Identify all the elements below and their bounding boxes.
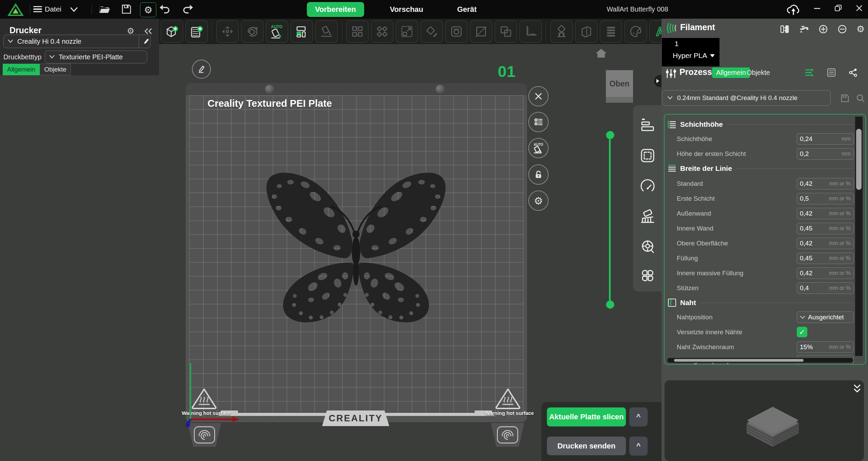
tab-vorbereiten[interactable]: Vorbereiten (307, 2, 364, 17)
add-model-button[interactable] (161, 20, 183, 43)
merge-button[interactable] (495, 20, 517, 43)
tab-allgemein[interactable]: Allgemein (3, 64, 40, 75)
home-view-icon[interactable] (595, 48, 607, 58)
color-paint-button[interactable] (625, 20, 647, 43)
layer-slider-handle-top[interactable] (606, 131, 614, 139)
edit-mesh-button[interactable] (420, 20, 443, 43)
slice-plate-button[interactable]: Aktuelle Platte slicen (547, 407, 626, 426)
process-tab-allgemein[interactable]: Allgemein (712, 67, 750, 78)
tab-objekte[interactable]: Objekte (40, 64, 71, 75)
restore-button[interactable] (834, 4, 842, 12)
share-nodes-icon[interactable] (848, 68, 858, 77)
save-preset-icon[interactable] (840, 94, 850, 103)
support-paint-button[interactable] (550, 20, 573, 43)
save-button[interactable] (121, 4, 132, 14)
settings-button-active[interactable]: ⚙ (140, 2, 156, 17)
build-plate[interactable]: Creality Textured PEI Plate (186, 83, 527, 422)
list-icon (534, 118, 543, 126)
plate-lock-button[interactable] (528, 164, 549, 185)
printer-select[interactable]: Creality Hi 0.4 nozzle (3, 35, 151, 48)
tab-geraet[interactable]: Gerät (449, 2, 485, 17)
param-input[interactable]: 0,42 mm or % (797, 178, 854, 189)
params-horizontal-scroll-thumb[interactable] (674, 359, 804, 362)
process-preset-select[interactable]: 0.24mm Standard @Creality Hi 0.4 nozzle (662, 90, 831, 106)
process-tab-objekte[interactable]: Objekte (747, 69, 770, 77)
filament-toolbar: ⚙ (780, 24, 865, 35)
cut-button[interactable] (470, 20, 492, 43)
menu-datei[interactable]: Datei (33, 5, 61, 14)
measure-button[interactable] (519, 20, 542, 43)
panel-flyout-arrow[interactable] (654, 75, 662, 87)
redo-button[interactable] (182, 4, 193, 14)
param-checkbox-checked[interactable]: ✓ (797, 327, 807, 337)
filament-sync-icon[interactable] (780, 24, 789, 34)
plate-auto-orient-button[interactable]: AUTO (528, 138, 549, 158)
parameter-list-icon[interactable] (827, 68, 836, 77)
param-input[interactable]: 0,2 mm (797, 148, 854, 160)
cloud-upload-button[interactable] (786, 3, 801, 16)
send-options-caret[interactable]: ^ (629, 437, 648, 456)
param-input[interactable]: 0,4 mm or % (797, 282, 854, 294)
search-preset-icon[interactable] (856, 94, 865, 103)
split-objects-button[interactable] (346, 20, 369, 43)
move-tool-button[interactable] (216, 20, 239, 43)
butterfly-model[interactable] (258, 154, 454, 325)
category-multimaterial-button[interactable] (640, 268, 655, 283)
param-input[interactable]: 0,45 mm or % (797, 223, 854, 234)
param-input[interactable]: 0,45 mm or % (797, 253, 854, 264)
tune-parameters-icon[interactable] (804, 68, 814, 77)
layer-slider-handle-bottom[interactable] (606, 300, 614, 309)
auto-orient-button[interactable]: AUTO (266, 20, 288, 43)
variable-layer-button[interactable] (600, 20, 622, 43)
rotate-tool-button[interactable] (241, 20, 263, 43)
printer-panel-title: Drucker (9, 25, 42, 35)
plate-list-button[interactable] (528, 112, 549, 132)
add-filament-icon[interactable] (818, 24, 828, 34)
plate-settings-button[interactable]: ⚙ (528, 191, 549, 211)
scale-to-fit-button[interactable] (396, 20, 418, 43)
filament-settings-gear-icon[interactable]: ⚙ (856, 24, 865, 35)
filament-slot-chip[interactable]: 1 Hyper PLA (662, 38, 719, 66)
open-file-button[interactable] (98, 4, 110, 14)
close-window-button[interactable] (855, 4, 863, 12)
category-speed-button[interactable] (640, 178, 655, 194)
boolean-button[interactable] (445, 20, 468, 43)
printer-edit-button[interactable] (139, 35, 154, 48)
param-input[interactable]: 0,24 mm (797, 133, 854, 145)
overlap-squares-icon (499, 25, 513, 38)
param-input[interactable]: 0,42 mm or % (797, 208, 854, 219)
undo-button[interactable] (159, 4, 170, 14)
tab-vorschau[interactable]: Vorschau (382, 2, 432, 17)
lay-on-face-button[interactable] (315, 20, 338, 43)
faucet-icon[interactable] (799, 24, 809, 34)
arrange-button[interactable] (291, 20, 313, 43)
split-parts-button[interactable] (371, 20, 393, 43)
remove-filament-icon[interactable] (837, 24, 847, 34)
plate-edit-button[interactable] (192, 60, 211, 79)
minimize-button[interactable] (813, 4, 821, 12)
collapse-panel-icon[interactable] (144, 28, 153, 34)
add-plate-button[interactable] (185, 20, 208, 43)
view-cube[interactable]: Oben (606, 70, 633, 97)
param-input[interactable]: 15% mm or % (797, 341, 854, 353)
bed-type-select[interactable]: Texturierte PEI-Platte (45, 51, 147, 63)
send-print-button[interactable]: Drucken senden (547, 437, 626, 455)
category-support-button[interactable] (640, 209, 655, 224)
category-quality-button[interactable] (640, 117, 655, 132)
menu-chevron-down-icon[interactable] (70, 7, 78, 12)
slice-options-caret[interactable]: ^ (629, 407, 648, 426)
double-chevron-down-icon[interactable] (853, 384, 861, 395)
layer-slider-track[interactable] (609, 135, 611, 304)
params-vertical-scroll-thumb[interactable] (856, 129, 862, 190)
param-input[interactable]: 0,5 mm or % (797, 193, 854, 204)
viewport-3d[interactable]: Creality Textured PEI Plate (0, 44, 662, 461)
support-diamond-icon (555, 25, 568, 38)
hamburger-icon (33, 5, 42, 14)
param-select[interactable]: Ausgerichtet (797, 312, 854, 323)
category-strength-button[interactable] (640, 148, 655, 163)
repair-model-button[interactable] (575, 20, 597, 43)
plate-delete-button[interactable] (528, 86, 549, 106)
category-others-button[interactable] (640, 239, 655, 254)
param-input[interactable]: 0,42 mm or % (797, 267, 854, 279)
param-input[interactable]: 0,42 mm or % (797, 238, 854, 249)
